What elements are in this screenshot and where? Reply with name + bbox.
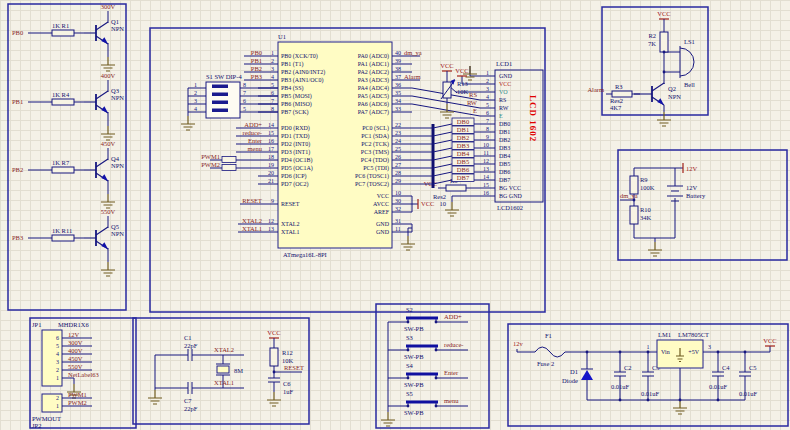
connector-designator: JP1 [32, 321, 41, 328]
transistor-type: NPN [111, 230, 124, 237]
resistor [630, 206, 638, 224]
lcd-pin-name: DB7 [499, 177, 510, 183]
mcu-pin-name: PD6 (ICP) [281, 173, 307, 180]
lcd-pin-name: E [499, 113, 503, 119]
mcu-pin-number: 10 [395, 190, 401, 196]
resistor-designator: R2 [648, 32, 656, 39]
dip-pin-number: 1 [194, 82, 197, 88]
net-label: reduce- [243, 129, 262, 136]
mcu-pin-number: 3 [271, 66, 274, 72]
pin-number: 5 [56, 343, 59, 349]
lcd-pin-number: 6 [486, 110, 489, 116]
resistor-designator: R9 [640, 176, 648, 183]
resistor [52, 99, 74, 105]
mcu-pin-number: 15 [268, 130, 274, 136]
mcu-pin-number: 27 [395, 162, 401, 168]
net-label-box [222, 157, 236, 163]
net-label: RESET [242, 197, 262, 204]
connector-part: MHDR1X6 [58, 321, 89, 328]
speaker-name: Bell [684, 81, 695, 88]
speaker-designator: LS1 [684, 38, 695, 45]
net-label: Alarm [587, 86, 604, 93]
connector-body [42, 394, 62, 412]
net-label: 550V [68, 363, 83, 370]
mcu-pin-number: 16 [268, 138, 274, 144]
net-label: PB0 [12, 29, 23, 36]
net-label: 12V [68, 331, 80, 338]
net-label: PB2 [251, 65, 262, 72]
resistor-value: 100K [640, 184, 655, 191]
mcu-pin-name: PC7 (TOSC2) [355, 181, 389, 188]
mcu-pin-number: 24 [395, 138, 401, 144]
dip-pin-number: 5 [243, 106, 246, 112]
lcd-pin-name: RS [499, 97, 506, 103]
power-label: VCC [455, 67, 468, 74]
cap-value: 0.01uF [709, 383, 728, 390]
resistor-type: Res2 [433, 193, 446, 200]
lcd-designator: LCD1 [496, 60, 512, 67]
mcu-pin-number: 31 [395, 218, 401, 224]
mcu-pin-number: 17 [268, 146, 274, 152]
crystal-value: 8M [234, 367, 243, 374]
lcd-part: LCD1602 [497, 204, 523, 211]
mcu-pin-number: 13 [268, 226, 274, 232]
db-net-label: DB3 [457, 142, 469, 149]
fuse-value: Fuse 2 [537, 360, 554, 367]
lcd-pin-name: DB4 [499, 153, 510, 159]
net-label: XTAL2 [242, 217, 262, 224]
db-net-label: DB6 [457, 166, 470, 173]
db-net-label: DB0 [457, 118, 469, 125]
cap-value: 22pF [184, 342, 198, 349]
transistor-type: NPN [668, 93, 681, 100]
dip-lever [212, 85, 228, 89]
net-label: PB0 [251, 49, 262, 56]
mcu-pin-name: PA0 (ADC0) [358, 53, 389, 60]
switch-type: SW-PB [404, 325, 424, 332]
mcu-pin-name: PD7 (OC2) [281, 181, 309, 188]
net-label: ADD+ [444, 313, 462, 320]
transistor-designator: Q5 [111, 223, 119, 230]
transistor-type: NPN [111, 162, 124, 169]
diode-value: Diode [562, 377, 578, 384]
mcu-pin-number: 11 [395, 226, 401, 232]
mcu-pin-name: PC2 (TCK) [361, 141, 389, 148]
mcu-pin-number: 26 [395, 154, 401, 160]
net-label: XTAL2 [214, 346, 234, 353]
lcd-pin-name: DB0 [499, 121, 510, 127]
connector-designator: JP2 [32, 422, 41, 429]
switch-type: SW-PB [404, 409, 424, 416]
resistor-designator: R3 [615, 83, 623, 90]
mcu-pin-number: 39 [395, 58, 401, 64]
dip-title: S1 SW DIP-4 [206, 73, 242, 80]
db-net-label: DB2 [457, 134, 469, 141]
crystal-body [217, 366, 229, 373]
dip-pin-number: 8 [243, 82, 246, 88]
mcu-pin-name: PB7 (SCK) [281, 109, 309, 116]
mcu-pin-name: PB4 (SS) [281, 85, 304, 92]
cap-designator: C6 [283, 380, 291, 387]
net-label: reduce- [444, 341, 463, 348]
net-label: ADD+ [244, 121, 262, 128]
mcu-part: ATmega16L-8PI [283, 251, 327, 258]
cap-value: 1uF [283, 388, 294, 395]
mcu-pin-name: PC3 (TMS) [361, 149, 389, 156]
mcu-pin-number: 8 [271, 106, 274, 112]
power-label: VCC [440, 62, 453, 69]
mcu-pin-name: AVCC [373, 201, 389, 207]
lcd-pin-number: 2 [486, 78, 489, 84]
lcd-pin-name: VCC [499, 81, 511, 87]
mcu-pin-number: 32 [395, 206, 401, 212]
mcu-pin-name: PC0 (SCL) [362, 125, 389, 132]
mcu-pin-number: 12 [268, 218, 274, 224]
net-label: Enter [248, 137, 263, 144]
mcu-pin-number: 36 [395, 82, 401, 88]
lcd-pin-name: DB3 [499, 145, 510, 151]
resistor-designator: R10 [640, 206, 651, 213]
bell-circuit: VCC R2 7K LS1 Bell R3 Res2 4K7 Alarm Q2 … [587, 10, 695, 126]
net-label-box [222, 165, 236, 171]
mcu-pin-name: PA2 (ADC2) [358, 69, 389, 76]
mcu-pin-name: PD0 (RXD) [281, 125, 310, 132]
connectors: JP1 MHDR1X6 6 5 4 3 2 1 12V 300V 400V 45… [32, 321, 99, 429]
lcd-pin-number: 11 [483, 150, 489, 156]
fuse-designator: F1 [545, 332, 552, 339]
